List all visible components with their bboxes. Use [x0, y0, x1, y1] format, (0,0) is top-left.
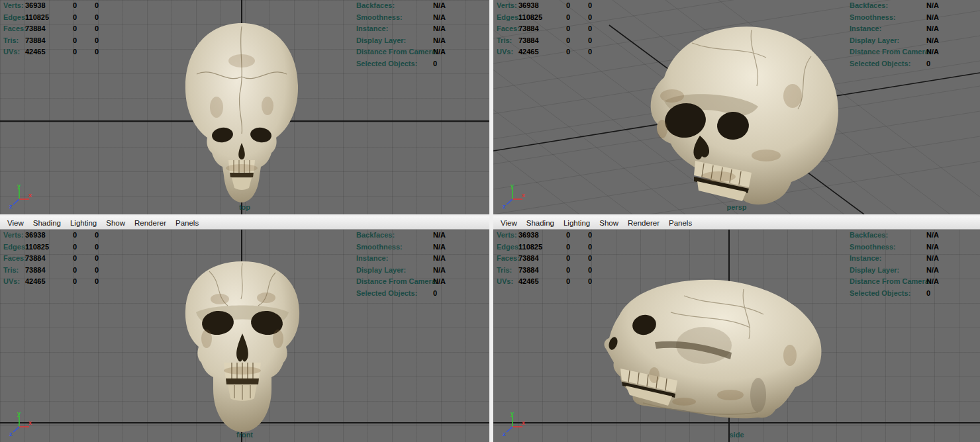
axis-z-line [13, 427, 19, 432]
menu-item[interactable]: Show [101, 219, 130, 227]
menu-item[interactable]: Renderer [130, 219, 171, 227]
skull-model-top-view[interactable] [180, 21, 303, 209]
axis-z-line [13, 199, 19, 204]
axis-y-label: y [511, 183, 514, 189]
menu-item[interactable]: Panels [171, 219, 203, 227]
menu-item[interactable]: Show [595, 219, 623, 227]
menu-item[interactable]: View [3, 219, 28, 227]
axis-gizmo[interactable]: y x z [9, 183, 32, 209]
viewport-side[interactable]: Verts: 36938 0 0 Edges: 110825 0 0 Faces… [493, 230, 980, 442]
axis-z-line [507, 427, 513, 432]
axis-z-label: z [9, 203, 13, 209]
axis-z-label: z [503, 203, 506, 209]
menu-item[interactable]: Lighting [559, 219, 595, 227]
skull-model-front-view[interactable] [173, 259, 311, 440]
menu-item[interactable]: Renderer [623, 219, 664, 227]
mouth-gap [226, 378, 259, 384]
menu-item[interactable]: Lighting [66, 219, 101, 227]
axis-y-label: y [17, 183, 21, 189]
axis-y-label: y [17, 410, 21, 417]
skull-model-side-view[interactable] [591, 276, 824, 427]
menu-item[interactable]: Shading [522, 219, 559, 227]
axis-y-label: y [511, 410, 514, 417]
axis-gizmo[interactable]: y x z [9, 410, 32, 437]
ramus-shading [750, 378, 766, 412]
viewport-menubar: View Shading Lighting Show Renderer Pane… [493, 216, 980, 230]
menu-item[interactable]: View [496, 219, 522, 227]
axis-x-label: x [28, 192, 32, 199]
axis-x-label: x [28, 420, 32, 426]
viewport-persp[interactable]: Verts: 36938 0 0 Edges: 110825 0 0 Faces… [493, 0, 980, 214]
axis-z-line [507, 199, 513, 204]
axis-z-label: z [9, 431, 13, 437]
skull-model-persp-view[interactable] [593, 17, 858, 214]
viewport-menubar: View Shading Lighting Show Renderer Pane… [0, 216, 489, 230]
menu-item[interactable]: Panels [664, 219, 697, 227]
panel-front: View Shading Lighting Show Renderer Pane… [0, 216, 489, 442]
axis-gizmo[interactable]: y x z [502, 410, 526, 437]
lower-teeth [232, 178, 252, 190]
panel-side: View Shading Lighting Show Renderer Pane… [493, 216, 980, 442]
axis-x-label: x [522, 420, 525, 426]
axis-x-label: x [522, 192, 525, 199]
viewport-top[interactable]: Verts: 36938 0 0 Edges: 110825 0 0 Faces… [0, 0, 489, 214]
axis-z-label: z [503, 431, 506, 437]
mouth-gap [230, 173, 254, 177]
maya-four-view-workspace: Verts: 36938 0 0 Edges: 110825 0 0 Faces… [0, 0, 980, 442]
menu-item[interactable]: Shading [28, 219, 66, 227]
axis-gizmo[interactable]: y x z [502, 183, 526, 209]
viewport-front[interactable]: Verts: 36938 0 0 Edges: 110825 0 0 Faces… [0, 230, 489, 442]
